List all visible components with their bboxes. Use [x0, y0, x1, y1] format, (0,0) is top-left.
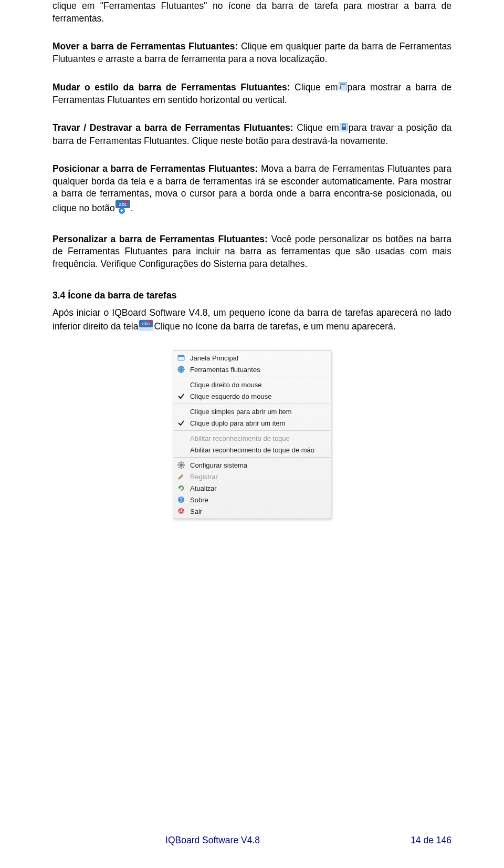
page-footer: IQBoard Software V4.8 14 de 146	[0, 834, 504, 847]
globe-icon	[176, 365, 186, 374]
paragraph-customize: Personalizar a barra de Ferramentas Flut…	[52, 233, 452, 271]
menu-item-label: Janela Principal	[190, 354, 327, 363]
menu-item-label: Clique simples para abrir um item	[190, 407, 327, 417]
menu-item[interactable]: Clique esquerdo do mouse	[173, 390, 331, 402]
blank-icon	[176, 433, 186, 443]
text-post: Clique no ícone da barra de tarefas, e u…	[154, 321, 395, 332]
help-icon: ?	[176, 495, 186, 504]
menu-item[interactable]: Atualizar	[173, 482, 331, 494]
menu-item[interactable]: Clique simples para abrir um item	[173, 406, 331, 417]
menu-item-label: Clique direito do mouse	[190, 380, 327, 390]
menu-separator	[174, 457, 330, 458]
svg-rect-2	[340, 86, 341, 89]
menu-item[interactable]: Clique direito do mouse	[173, 379, 331, 390]
blank-icon	[176, 445, 186, 454]
check-icon	[176, 391, 186, 401]
menu-item-label: Configurar sistema	[190, 461, 327, 470]
svg-line-21	[178, 462, 180, 463]
paragraph-position: Posicionar a barra de Ferramentas Flutua…	[52, 163, 452, 218]
paragraph-intro: clique em "Ferramentas Flutuantes" no íc…	[52, 0, 452, 25]
context-menu: Janela PrincipalFerramentas flutuantesCl…	[173, 350, 331, 519]
bold-label: Personalizar a barra de Ferramentas Flut…	[52, 234, 271, 244]
window-icon	[176, 353, 186, 363]
menu-item-label: Registrar	[190, 472, 327, 482]
paragraph-style: Mudar o estilo da barra de Ferramentas F…	[52, 81, 452, 107]
menu-separator	[174, 430, 330, 431]
menu-item-label: Sair	[190, 507, 327, 516]
bold-label: Mover a barra de Ferramentas Flutuantes:	[52, 41, 241, 51]
menu-item[interactable]: Configurar sistema	[173, 459, 331, 471]
lock-icon	[340, 122, 348, 135]
svg-rect-1	[340, 84, 345, 85]
footer-page-number: 14 de 146	[373, 834, 452, 847]
check-icon	[176, 418, 186, 428]
menu-item-label: Abilitar reconhecimento de toque de mão	[190, 446, 327, 455]
menu-item[interactable]: Abilitar reconhecimento de toque de mão	[173, 444, 331, 456]
text-post: .	[131, 203, 133, 213]
text: clique em "Ferramentas Flutuantes" no íc…	[52, 1, 452, 24]
text-pre: Clique em	[295, 82, 338, 92]
footer-title: IQBoard Software V4.8	[52, 834, 373, 847]
svg-point-12	[149, 320, 152, 323]
orientation-toggle-icon	[339, 81, 347, 94]
taskbar-tray-icon: abc	[139, 319, 153, 335]
menu-item: Abilitar reconhecimento de toque	[173, 432, 331, 444]
menu-item-label: Abilitar reconhecimento de toque	[190, 434, 327, 443]
paragraph-lock: Travar / Destravar a barra de Ferramenta…	[52, 122, 452, 147]
menu-item-label: Clique esquerdo do mouse	[190, 392, 327, 401]
text-pre: Clique em	[297, 122, 339, 133]
svg-rect-0	[339, 82, 347, 90]
svg-text:?: ?	[180, 497, 183, 503]
svg-line-22	[183, 467, 184, 468]
menu-item[interactable]: Janela Principal	[173, 352, 331, 364]
pencil-icon	[176, 472, 186, 481]
menu-item-label: Clique duplo para abrir um item	[190, 419, 327, 428]
svg-line-23	[183, 462, 184, 463]
exit-icon	[176, 507, 186, 516]
bold-label: Travar / Destravar a barra de Ferramenta…	[52, 122, 297, 133]
menu-item: Registrar	[173, 471, 331, 482]
menu-separator	[174, 377, 330, 377]
menu-item-label: Atualizar	[190, 484, 327, 493]
svg-line-24	[178, 467, 180, 468]
menu-item[interactable]: Ferramentas flutuantes	[173, 364, 331, 375]
taskbar-abc-icon: abc	[116, 200, 130, 218]
paragraph-move: Mover a barra de Ferramentas Flutuantes:…	[52, 40, 452, 65]
page-content: clique em "Ferramentas Flutuantes" no íc…	[0, 0, 504, 868]
bold-label: Mudar o estilo da barra de Ferramentas F…	[52, 82, 295, 92]
menu-item[interactable]: Sair	[173, 505, 331, 517]
menu-separator	[174, 404, 330, 404]
menu-item-label: Sobre	[190, 495, 327, 505]
svg-point-7	[125, 200, 129, 203]
menu-item[interactable]: Clique duplo para abrir um item	[173, 417, 331, 429]
blank-icon	[176, 380, 186, 389]
gear-icon	[176, 460, 186, 470]
blank-icon	[176, 407, 186, 416]
svg-rect-14	[178, 355, 184, 357]
svg-rect-4	[342, 127, 346, 130]
svg-rect-28	[181, 509, 182, 512]
svg-point-16	[180, 463, 183, 467]
menu-item[interactable]: ?Sobre	[173, 494, 331, 505]
section-heading: 3.4 Ícone da barra de tarefas	[52, 290, 452, 302]
refresh-icon	[176, 483, 186, 493]
bold-label: Posicionar a barra de Ferramentas Flutua…	[52, 163, 261, 174]
context-menu-illustration: Janela PrincipalFerramentas flutuantesCl…	[52, 350, 452, 519]
paragraph-taskbar: Após iniciar o IQBoard Software V4.8, um…	[52, 307, 452, 334]
menu-item-label: Ferramentas flutuantes	[190, 365, 327, 375]
